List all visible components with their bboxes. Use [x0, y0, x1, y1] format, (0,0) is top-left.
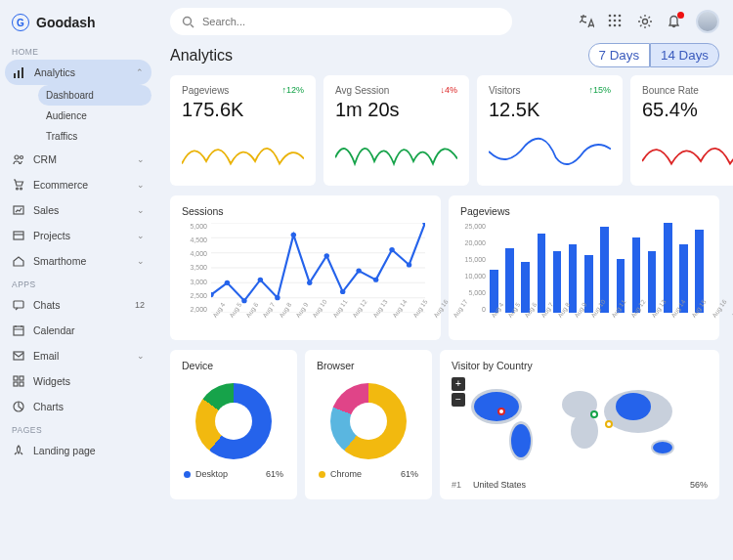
- sidebar-item-email[interactable]: Email⌄: [0, 343, 156, 368]
- sessions-chart: 5,0004,5004,0003,5003,0002,5002,000 Aug …: [182, 223, 429, 330]
- card-title: Device: [182, 360, 285, 371]
- sessions-card: Sessions 5,0004,5004,0003,5003,0002,5002…: [170, 195, 441, 340]
- chevron-down-icon: ⌄: [137, 231, 145, 240]
- sidebar-item-widgets[interactable]: Widgets: [0, 368, 156, 394]
- device-legend: Desktop61%: [182, 469, 285, 479]
- gear-icon[interactable]: [637, 14, 653, 29]
- svg-point-36: [225, 280, 230, 285]
- zoom-out-button[interactable]: −: [452, 393, 465, 407]
- notification-dot: [677, 12, 684, 19]
- svg-point-61: [607, 422, 611, 426]
- svg-rect-12: [14, 376, 18, 380]
- svg-rect-2: [22, 67, 23, 78]
- avatar[interactable]: [696, 10, 719, 33]
- card-title: Browser: [317, 360, 420, 371]
- world-map: + −: [452, 377, 708, 470]
- translate-icon[interactable]: [579, 14, 594, 29]
- sidebar-item-projects[interactable]: Projects⌄: [0, 223, 156, 248]
- sidebar-sub-audience[interactable]: Audience: [38, 106, 151, 126]
- svg-point-18: [609, 15, 612, 18]
- sidebar-item-analytics[interactable]: Analytics ⌃: [5, 60, 151, 85]
- svg-rect-15: [20, 382, 23, 386]
- search-box[interactable]: [170, 8, 512, 35]
- svg-point-37: [241, 298, 246, 303]
- projects-icon: [12, 229, 25, 242]
- country-card: Visitor by Country + − #1: [440, 350, 719, 499]
- sidebar-item-label: Smarthome: [33, 255, 86, 267]
- search-input[interactable]: [202, 16, 500, 27]
- bar-chart: [490, 223, 704, 313]
- country-pct: 56%: [690, 480, 708, 490]
- svg-point-60: [592, 412, 596, 416]
- svg-point-3: [15, 155, 19, 159]
- range-14days[interactable]: 14 Days: [650, 43, 719, 67]
- y-axis: 25,00020,00015,00010,0005,0000: [460, 223, 486, 313]
- cart-icon: [12, 178, 25, 192]
- svg-rect-11: [14, 352, 23, 360]
- browser-legend: Chrome61%: [317, 469, 420, 479]
- kpi-pageviews: Pageviews↑12% 175.6K: [170, 75, 316, 186]
- svg-rect-9: [14, 301, 23, 308]
- x-axis: Aug 4Aug 5Aug 6Aug 7Aug 8Aug 9Aug 10Aug …: [490, 315, 708, 330]
- topbar-icons: [579, 10, 719, 33]
- svg-point-26: [619, 24, 622, 27]
- sidebar-item-chats[interactable]: Chats12: [0, 292, 156, 318]
- sparkline: [642, 127, 733, 176]
- svg-point-27: [643, 20, 648, 24]
- bell-icon[interactable]: [667, 14, 682, 29]
- page-header: Analytics 7 Days 14 Days: [170, 43, 719, 67]
- chevron-down-icon: ⌄: [137, 351, 145, 361]
- sidebar-item-smarthome[interactable]: Smarthome⌄: [0, 248, 156, 274]
- legend-label: Chrome: [330, 469, 362, 479]
- sidebar-item-charts[interactable]: Charts: [0, 394, 156, 419]
- card-title: Sessions: [182, 205, 429, 217]
- svg-point-23: [619, 20, 622, 22]
- legend-swatch: [319, 471, 325, 478]
- topbar: [156, 0, 733, 43]
- chevron-down-icon: ⌄: [137, 180, 145, 190]
- crm-icon: [12, 152, 25, 166]
- content: Analytics 7 Days 14 Days Pageviews↑12% 1…: [156, 43, 733, 560]
- legend-label: Desktop: [195, 469, 228, 479]
- sidebar-item-label: Analytics: [34, 66, 75, 78]
- app-name: Goodash: [36, 15, 96, 30]
- kpi-value: 1m 20s: [335, 99, 457, 121]
- section-pages: PAGES: [0, 419, 156, 438]
- kpi-visitors: Visitors↑15% 12.5K: [477, 75, 623, 186]
- kpi-label: Visitors: [489, 85, 521, 96]
- legend-swatch: [184, 471, 191, 478]
- browser-donut: [330, 383, 407, 459]
- svg-point-55: [474, 392, 519, 421]
- sidebar-sub-traffics[interactable]: Traffics: [38, 126, 151, 147]
- svg-point-40: [291, 233, 296, 237]
- sidebar-item-calendar[interactable]: Calendar: [0, 318, 156, 343]
- svg-rect-14: [14, 382, 18, 386]
- chat-badge: 12: [135, 300, 145, 310]
- sidebar-item-label: Landing page: [33, 445, 96, 456]
- sidebar-item-crm[interactable]: CRM⌄: [0, 147, 156, 172]
- sidebar-sub-label: Traffics: [46, 131, 77, 142]
- svg-point-21: [609, 20, 612, 22]
- zoom-in-button[interactable]: +: [452, 377, 465, 391]
- apps-grid-icon[interactable]: [608, 14, 624, 29]
- line-chart: [211, 223, 425, 313]
- chevron-up-icon: ⌃: [136, 67, 144, 77]
- chat-icon: [12, 298, 25, 312]
- analytics-icon: [13, 65, 26, 79]
- app-logo[interactable]: G Goodash: [0, 8, 156, 41]
- sidebar-item-ecommerce[interactable]: Ecommerce⌄: [0, 172, 156, 197]
- kpi-label: Pageviews: [182, 85, 229, 96]
- range-7days[interactable]: 7 Days: [588, 43, 650, 67]
- analytics-submenu: Dashboard Audience Traffics: [0, 85, 156, 147]
- svg-point-24: [609, 24, 612, 27]
- svg-point-19: [614, 15, 617, 18]
- sidebar-item-landing[interactable]: Landing page: [0, 438, 156, 463]
- bottom-row: Device Desktop61% Browser Chrome61% Visi…: [170, 350, 719, 499]
- sidebar-sub-dashboard[interactable]: Dashboard: [38, 85, 151, 106]
- main: Analytics 7 Days 14 Days Pageviews↑12% 1…: [156, 0, 733, 560]
- svg-point-44: [356, 269, 361, 274]
- sidebar-item-sales[interactable]: Sales⌄: [0, 197, 156, 223]
- svg-point-41: [307, 280, 312, 285]
- page-title: Analytics: [170, 47, 233, 65]
- kpi-bounce-rate: Bounce Rate↑5% 65.4%: [630, 75, 733, 186]
